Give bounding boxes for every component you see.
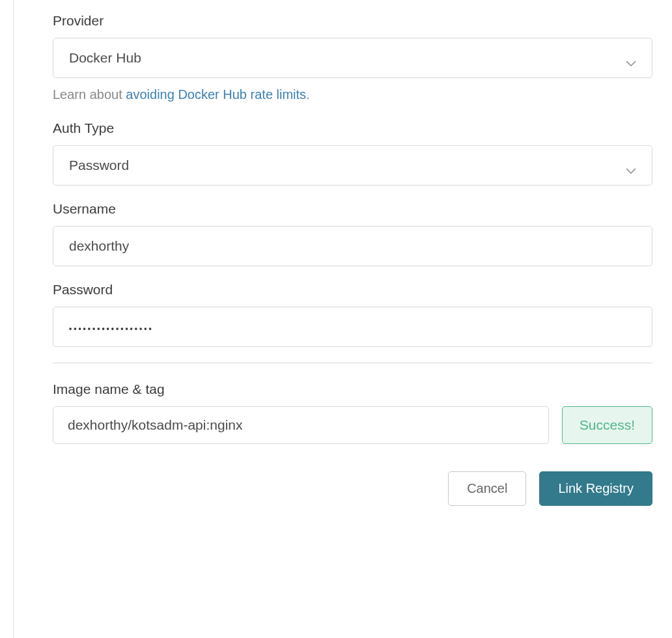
provider-label: Provider	[53, 13, 652, 29]
image-label: Image name & tag	[53, 381, 652, 397]
password-value: ••••••••••••••••••	[69, 324, 154, 333]
image-input-wrapper	[53, 406, 549, 444]
registry-form: Provider Docker Hub Learn about avoiding…	[13, 0, 672, 638]
helper-text: Learn about avoiding Docker Hub rate lim…	[53, 87, 652, 102]
provider-value: Docker Hub	[69, 50, 141, 66]
button-row: Cancel Link Registry	[53, 471, 652, 506]
password-label: Password	[53, 282, 652, 298]
chevron-down-icon	[626, 55, 636, 61]
status-badge: Success!	[562, 406, 652, 444]
helper-suffix: .	[306, 87, 310, 102]
auth-type-group: Auth Type Password	[53, 120, 652, 186]
rate-limits-link[interactable]: avoiding Docker Hub rate limits	[126, 87, 306, 102]
username-input[interactable]	[53, 226, 652, 266]
chevron-down-icon	[626, 162, 636, 169]
link-registry-button[interactable]: Link Registry	[539, 471, 652, 506]
provider-group: Provider Docker Hub Learn about avoiding…	[53, 13, 652, 102]
image-input[interactable]	[53, 406, 549, 444]
image-row: Success!	[53, 406, 652, 444]
provider-select-wrapper: Docker Hub	[53, 38, 652, 78]
cancel-button[interactable]: Cancel	[448, 471, 526, 506]
username-group: Username	[53, 201, 652, 266]
provider-select[interactable]: Docker Hub	[53, 38, 652, 78]
password-input[interactable]: ••••••••••••••••••	[53, 307, 652, 347]
auth-type-select[interactable]: Password	[53, 145, 652, 186]
auth-type-value: Password	[69, 158, 129, 173]
auth-type-label: Auth Type	[53, 120, 652, 136]
auth-type-select-wrapper: Password	[53, 145, 652, 186]
divider	[53, 363, 652, 363]
image-group: Image name & tag Success!	[53, 381, 652, 444]
username-label: Username	[53, 201, 652, 217]
password-group: Password ••••••••••••••••••	[53, 282, 652, 347]
helper-prefix: Learn about	[53, 87, 126, 102]
